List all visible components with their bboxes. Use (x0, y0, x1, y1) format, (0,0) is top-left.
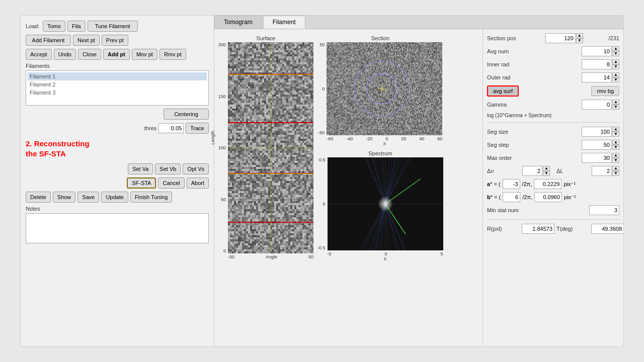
prev-pt-button[interactable]: Prev pt (102, 35, 128, 46)
filament-item-1[interactable]: Filament 1 (28, 72, 207, 80)
gamma-down[interactable]: ▼ (612, 105, 619, 110)
b-star-n-input[interactable] (503, 192, 520, 202)
b-star-val-input[interactable] (534, 192, 562, 202)
main-window: Load: Tomo Fila Tune Filament Add Filame… (20, 15, 624, 347)
a-star-row: a* = ( /2π, pix⁻¹ (487, 179, 619, 189)
load-label: Load: (26, 23, 41, 29)
delta-n-up[interactable]: ▲ (543, 166, 550, 171)
sf-sta-button[interactable]: SF-STA (127, 177, 156, 189)
add-pt-button[interactable]: Add pt (103, 49, 130, 60)
b-star-unit: pix⁻¹ (564, 194, 576, 201)
seg-step-row: Seg step ▲ ▼ (487, 140, 619, 150)
avg-num-down[interactable]: ▼ (612, 51, 619, 56)
min-stat-input[interactable] (589, 205, 619, 215)
delta-l-up[interactable]: ▲ (612, 166, 619, 171)
avg-surf-button[interactable]: avg surf (487, 85, 519, 97)
avg-surf-row: avg surf rmv bg (487, 85, 619, 97)
surface-plot-col: Surface 200 150 100 50 0 (218, 35, 313, 259)
delta-n-down[interactable]: ▼ (543, 171, 550, 176)
filament-item-2[interactable]: Filament 2 (28, 80, 207, 88)
filaments-list[interactable]: Filament 1 Filament 2 Filament 3 (26, 70, 209, 106)
section-pos-input[interactable] (545, 33, 576, 43)
seg-size-label: Seg size (487, 129, 520, 135)
inner-rad-spinner: ▲ ▼ (582, 59, 619, 69)
section-pos-up[interactable]: ▲ (576, 33, 583, 38)
filament-item-3[interactable]: Filament 3 (28, 88, 207, 97)
close-button[interactable]: Close (78, 49, 101, 60)
r-t-row: R(pxl) T(deg) (487, 224, 619, 234)
undo-button[interactable]: Undo (54, 49, 76, 60)
outer-rad-down[interactable]: ▼ (612, 77, 619, 82)
gamma-label: Gamma (487, 102, 520, 108)
gamma-input[interactable] (582, 100, 612, 110)
save-button[interactable]: Save (77, 192, 99, 203)
section-pos-down[interactable]: ▼ (576, 38, 583, 43)
max-order-down[interactable]: ▼ (612, 158, 619, 163)
notes-section: Notes (26, 206, 209, 243)
finish-tuning-button[interactable]: Finish Tuning (130, 192, 172, 203)
centering-row: Centering (26, 109, 209, 120)
seg-step-down[interactable]: ▼ (612, 145, 619, 150)
tab-tomogram[interactable]: Tomogram (214, 16, 262, 29)
tabs-bar: Tomogram Filament (214, 16, 623, 29)
delete-button[interactable]: Delete (26, 192, 51, 203)
inner-rad-down[interactable]: ▼ (612, 64, 619, 69)
section2-annotation: 2. Reconstructingthe SF-STA (26, 139, 209, 158)
rmv-pt-button[interactable]: Rmv pt (159, 49, 186, 60)
plots-grid: Surface 200 150 100 50 0 (216, 31, 480, 344)
seg-size-spinner: ▲ ▼ (582, 127, 619, 137)
spectrum-plot-container: Spectrum 0.5 0 -0.5 -5 (317, 150, 443, 261)
delta-l-input[interactable] (592, 166, 612, 176)
a-star-val-input[interactable] (534, 179, 561, 189)
opt-vs-button[interactable]: Opt Vs (183, 163, 209, 174)
seg-step-up[interactable]: ▲ (612, 140, 619, 145)
surface-y-low: 100 (218, 145, 226, 150)
tune-filament-button[interactable]: Tune Filament (88, 21, 138, 32)
set-vb-button[interactable]: Set Vb (155, 163, 181, 174)
max-order-up[interactable]: ▲ (612, 153, 619, 158)
mov-pt-button[interactable]: Mov pt (132, 49, 157, 60)
avg-num-input[interactable] (582, 46, 612, 56)
notes-box[interactable] (26, 213, 209, 243)
set-va-button[interactable]: Set Va (128, 163, 153, 174)
inner-rad-input[interactable] (582, 59, 612, 69)
max-order-input[interactable] (582, 153, 612, 163)
seg-size-input[interactable] (582, 127, 612, 137)
delta-l-down[interactable]: ▼ (612, 171, 619, 176)
cancel-button[interactable]: Cancel (158, 177, 184, 189)
seg-size-down[interactable]: ▼ (612, 132, 619, 137)
next-pt-button[interactable]: Next pt (73, 35, 100, 46)
trace-button[interactable]: Trace (186, 123, 209, 134)
fila-button[interactable]: Fila (67, 21, 86, 32)
surface-title: Surface (257, 35, 276, 41)
inner-rad-up[interactable]: ▲ (612, 59, 619, 64)
delta-n-input[interactable] (522, 166, 542, 176)
tomo-button[interactable]: Tomo (43, 21, 65, 32)
avg-num-up[interactable]: ▲ (612, 46, 619, 51)
seg-step-input[interactable] (582, 140, 612, 150)
outer-rad-up[interactable]: ▲ (612, 72, 619, 77)
spectrum-canvas (328, 157, 443, 250)
a-star-pi: /2π, (522, 181, 532, 187)
surface-y-mid: 150 (218, 94, 226, 99)
tab-filament[interactable]: Filament (263, 16, 305, 29)
show-button[interactable]: Show (53, 192, 76, 203)
add-filament-button[interactable]: Add Filament (26, 35, 71, 46)
thres-input[interactable] (158, 123, 184, 133)
section-pos-max: /231 (609, 35, 619, 41)
thres-row: thres Trace (26, 123, 209, 134)
r-pxl-input[interactable] (522, 224, 554, 234)
plots-area: Surface 200 150 100 50 0 (214, 29, 482, 346)
rmv-bg-button[interactable]: rmv bg (591, 86, 619, 96)
filaments-section: Filaments Filament 1 Filament 2 Filament… (26, 63, 209, 106)
update-button[interactable]: Update (101, 192, 128, 203)
seg-size-up[interactable]: ▲ (612, 127, 619, 132)
outer-rad-input[interactable] (582, 72, 612, 82)
accept-button[interactable]: Accept (26, 49, 52, 60)
gamma-up[interactable]: ▲ (612, 100, 619, 105)
delta-n-spinner: ▲ ▼ (522, 166, 550, 176)
a-star-n-input[interactable] (503, 179, 520, 189)
t-deg-input[interactable] (591, 224, 623, 234)
centering-button[interactable]: Centering (164, 109, 209, 120)
abort-button[interactable]: Abort (187, 177, 209, 189)
